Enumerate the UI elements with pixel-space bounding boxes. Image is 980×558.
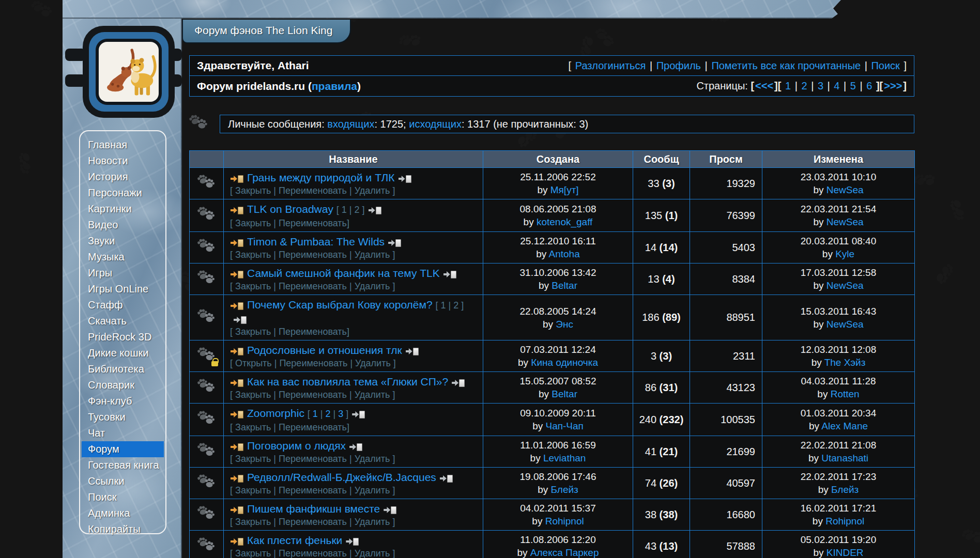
goto-last-icon[interactable] [388,239,401,247]
sidebar-item-11[interactable]: Скачать [80,313,165,329]
sidebar-item-22[interactable]: Поиск [80,489,165,505]
changed-by-link[interactable]: KINDER [826,547,864,558]
topic-title-link[interactable]: Грань между природой и ТЛК [247,172,395,183]
page-link-3[interactable]: 3 [818,80,823,91]
sidebar-item-14[interactable]: Библиотека [80,361,165,377]
sidebar-item-21[interactable]: Ссылки [80,473,165,489]
action-2[interactable]: Удалить [355,548,390,558]
topic-page-link-2[interactable]: 2 [453,300,458,311]
topic-page-link-1[interactable]: 1 [441,300,446,311]
changed-by-link[interactable]: The Хэйз [824,357,866,368]
topic-page-link-3[interactable]: 3 [338,409,343,419]
topic-title-link[interactable]: Самый смешной фанфик на тему TLK [247,267,440,279]
sidebar-item-16[interactable]: Фэн-клуб [80,393,165,409]
action-0[interactable]: Закрыть [235,390,271,400]
goto-last-icon[interactable] [349,443,362,451]
goto-first-icon[interactable] [231,379,243,387]
sidebar-item-24[interactable]: Копирайты [80,521,165,537]
created-by-link[interactable]: Блейз [551,484,578,495]
changed-by-link[interactable]: NewSea [826,280,864,291]
action-2[interactable]: Удалить [355,390,390,400]
action-0[interactable]: Закрыть [235,327,271,337]
sidebar-item-6[interactable]: Звуки [80,233,165,249]
topic-title-link[interactable]: Пишем фанфикшн вместе [247,503,380,515]
sidebar-item-4[interactable]: Картинки [80,201,165,217]
sidebar-item-1[interactable]: Новости [80,153,165,169]
goto-first-icon[interactable] [231,348,243,355]
page-tab[interactable]: Форум фэнов The Lion King [182,20,351,43]
sidebar-item-12[interactable]: PrideRock 3D [80,329,165,345]
action-1[interactable]: Переименовать [279,454,347,464]
changed-by-link[interactable]: Kyle [835,249,854,259]
changed-by-link[interactable]: Rotten [831,389,860,399]
action-0[interactable]: Закрыть [235,185,271,196]
topic-title-link[interactable]: Поговорим о людях [247,440,346,452]
goto-first-icon[interactable] [231,443,243,451]
topic-title-link[interactable]: Timon & Pumbaa: The Wilds [247,236,385,247]
sidebar-item-17[interactable]: Тусовки [80,409,165,425]
action-2[interactable]: Удалить [355,454,390,464]
action-1[interactable]: Переименовать [279,358,347,368]
action-0[interactable]: Закрыть [235,517,271,527]
topic-title-link[interactable]: Как плести феньки [247,534,342,546]
created-by-link[interactable]: Чап-Чап [545,421,583,431]
changed-by-link[interactable]: Utanashati [821,453,868,463]
created-by-link[interactable]: Beltar [552,280,577,291]
topic-page-link-2[interactable]: 2 [325,409,330,419]
changed-by-link[interactable]: Блейз [831,484,859,495]
goto-first-icon[interactable] [231,271,243,278]
created-by-link[interactable]: Мя[ут] [550,184,579,195]
action-2[interactable]: Удалить [355,358,391,368]
sidebar-item-0[interactable]: Главная [80,137,165,153]
session-link-0[interactable]: Разлогиниться [575,60,646,71]
changed-by-link[interactable]: Rohipnol [825,516,864,526]
created-by-link[interactable]: Энс [556,319,573,330]
site-logo[interactable] [83,26,175,118]
sidebar-item-8[interactable]: Игры [80,265,165,281]
sidebar-item-3[interactable]: Персонажи [80,185,165,201]
topic-title-link[interactable]: Zoomorphic [247,407,304,419]
created-by-link[interactable]: Алекса Паркер [530,547,599,558]
action-1[interactable]: Переименовать [279,281,347,291]
action-2[interactable]: Удалить [355,250,390,260]
sidebar-item-2[interactable]: История [80,169,165,185]
session-link-3[interactable]: Поиск [871,60,899,71]
action-1[interactable]: Переименовать [279,517,347,527]
goto-last-icon[interactable] [406,348,419,355]
topic-title-link[interactable]: Родословные и отношения тлк [247,344,402,356]
action-0[interactable]: Закрыть [235,281,271,291]
goto-last-icon[interactable] [440,475,453,483]
action-1[interactable]: Переименовать [279,327,347,337]
topic-title-link[interactable]: TLK on Broadway [247,203,333,215]
goto-first-icon[interactable] [231,506,243,514]
changed-by-link[interactable]: NewSea [826,319,864,330]
sidebar-item-9[interactable]: Игры OnLine [80,281,165,297]
goto-first-icon[interactable] [231,411,243,419]
session-link-1[interactable]: Профиль [656,60,701,71]
action-1[interactable]: Переименовать [279,250,347,260]
topic-page-link-1[interactable]: 1 [313,409,318,419]
action-1[interactable]: Переименовать [279,390,347,400]
action-0[interactable]: Закрыть [235,485,271,495]
page-link-4[interactable]: 4 [834,80,839,91]
page-link-6[interactable]: 6 [866,80,872,91]
action-0[interactable]: Закрыть [235,548,271,558]
goto-last-icon[interactable] [369,207,381,214]
action-1[interactable]: Переименовать [279,548,347,558]
inbox-link[interactable]: входящих [327,118,374,130]
rules-link[interactable]: правила [312,80,357,92]
topic-page-link-2[interactable]: 2 [355,205,360,215]
sidebar-item-23[interactable]: Админка [80,505,165,521]
action-1[interactable]: Переименовать [279,218,347,228]
goto-last-icon[interactable] [234,316,247,324]
action-1[interactable]: Переименовать [279,485,347,495]
goto-first-icon[interactable] [231,538,243,546]
created-by-link[interactable]: Кина одиночка [531,357,598,368]
sidebar-item-18[interactable]: Чат [80,425,165,441]
changed-by-link[interactable]: Alex Mane [821,421,868,431]
sidebar-item-13[interactable]: Дикие кошки [80,345,165,361]
goto-last-icon[interactable] [384,506,396,514]
topic-title-link[interactable]: Почему Скар выбрал Кову королём? [247,299,433,311]
action-1[interactable]: Переименовать [279,185,347,196]
changed-by-link[interactable]: NewSea [826,216,864,227]
